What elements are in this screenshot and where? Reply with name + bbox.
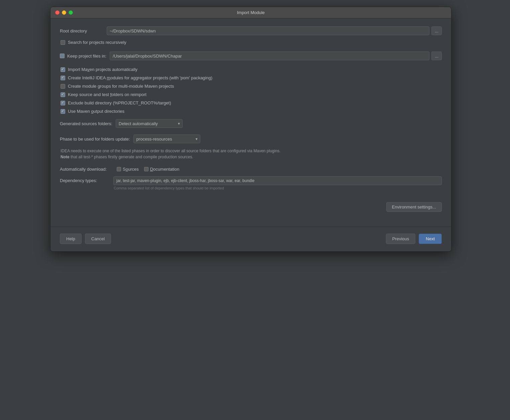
dependency-types-input[interactable]: [113, 176, 442, 185]
create-module-groups-label: Create module groups for multi-module Ma…: [68, 84, 174, 89]
import-maven-label: Import Maven projects automatically: [68, 67, 137, 72]
create-intellij-label: Create IntelliJ IDEA modules for aggrega…: [68, 75, 212, 80]
bottom-bar: Help Cancel Previous Next: [50, 230, 451, 251]
environment-settings-button[interactable]: Environment settings...: [386, 202, 442, 212]
documentation-label: Documentation: [150, 167, 179, 172]
dependency-types-row: Dependency types: Comma separated list o…: [60, 176, 442, 190]
cancel-button[interactable]: Cancel: [85, 234, 111, 244]
auto-download-label: Automatically download:: [60, 167, 113, 172]
generated-sources-label: Generated sources folders:: [60, 121, 112, 126]
keep-source-checkbox[interactable]: [61, 92, 65, 97]
sources-label: Sources: [123, 167, 139, 172]
keep-source-label: Keep source and test folders on reimport: [68, 92, 146, 97]
window-title: Import Module: [237, 10, 265, 15]
info-note-bold: Note: [61, 155, 70, 159]
exclude-build-row: Exclude build directory (%PROJECT_ROOT%/…: [61, 100, 442, 105]
documentation-checkbox[interactable]: [144, 167, 148, 171]
exclude-build-label: Exclude build directory (%PROJECT_ROOT%/…: [68, 100, 171, 105]
keep-project-files-checkbox[interactable]: [60, 54, 65, 58]
exclude-build-checkbox[interactable]: [61, 101, 65, 105]
help-button[interactable]: Help: [60, 234, 82, 244]
generated-sources-select[interactable]: Detect automatically Don't detect Genera…: [116, 119, 183, 128]
generated-sources-row: Generated sources folders: Detect automa…: [60, 119, 442, 128]
info-line1: IDEA needs to execute one of the listed …: [61, 149, 281, 153]
import-maven-row: Import Maven projects automatically: [61, 67, 442, 72]
phase-update-select[interactable]: process-resources generate-sources compi…: [133, 135, 200, 143]
info-text: IDEA needs to execute one of the listed …: [61, 148, 442, 160]
info-line2: Note that all test-* phases firstly gene…: [61, 155, 193, 159]
create-intellij-row: Create IntelliJ IDEA modules for aggrega…: [61, 75, 442, 80]
dependency-types-input-wrapper: Comma separated list of dependency types…: [113, 176, 442, 190]
root-directory-row: Root directory ...: [60, 26, 442, 35]
keep-project-files-input[interactable]: [110, 52, 429, 60]
bottom-left-buttons: Help Cancel: [60, 234, 111, 244]
phase-update-row: Phase to be used for folders update: pro…: [60, 135, 442, 143]
create-module-groups-row: Create module groups for multi-module Ma…: [61, 84, 442, 89]
use-maven-output-row: Use Maven output directories: [61, 109, 442, 114]
root-directory-input[interactable]: [107, 26, 429, 35]
close-button[interactable]: [55, 10, 60, 15]
dependency-types-hint: Comma separated list of dependency types…: [114, 186, 442, 190]
env-settings-container: Environment settings...: [60, 202, 442, 212]
next-button[interactable]: Next: [419, 234, 442, 244]
search-recursively-checkbox[interactable]: [61, 40, 65, 45]
sources-checkbox[interactable]: [117, 167, 121, 171]
root-directory-label: Root directory: [60, 28, 103, 33]
import-maven-checkbox[interactable]: [61, 67, 65, 72]
use-maven-output-label: Use Maven output directories: [68, 109, 124, 114]
keep-project-files-label: Keep project files in:: [67, 54, 106, 59]
previous-button[interactable]: Previous: [386, 234, 416, 244]
traffic-lights: [55, 10, 73, 15]
minimize-button[interactable]: [62, 10, 66, 15]
phase-update-label: Phase to be used for folders update:: [60, 137, 130, 142]
root-directory-browse-button[interactable]: ...: [431, 26, 442, 35]
generated-sources-select-wrapper: Detect automatically Don't detect Genera…: [116, 119, 183, 128]
sources-check-label: Sources: [117, 167, 139, 172]
create-module-groups-checkbox[interactable]: [61, 84, 65, 89]
title-bar: Import Module: [50, 7, 451, 18]
phase-update-select-wrapper: process-resources generate-sources compi…: [133, 135, 200, 143]
keep-project-files-browse-button[interactable]: ...: [431, 52, 442, 60]
navigation-buttons: Previous Next: [386, 234, 442, 244]
dependency-types-label: Dependency types:: [60, 176, 113, 183]
keep-source-row: Keep source and test folders on reimport: [61, 92, 442, 97]
documentation-check-label: Documentation: [144, 167, 179, 172]
search-recursively-row: Search for projects recursively: [61, 40, 442, 45]
keep-project-files-row: Keep project files in: ...: [60, 52, 442, 60]
auto-download-options: Sources Documentation: [117, 167, 179, 172]
create-intellij-checkbox[interactable]: [61, 76, 65, 80]
use-maven-output-checkbox[interactable]: [61, 109, 65, 114]
maximize-button[interactable]: [69, 10, 73, 15]
auto-download-row: Automatically download: Sources Document…: [60, 167, 442, 172]
search-recursively-label: Search for projects recursively: [68, 40, 126, 45]
